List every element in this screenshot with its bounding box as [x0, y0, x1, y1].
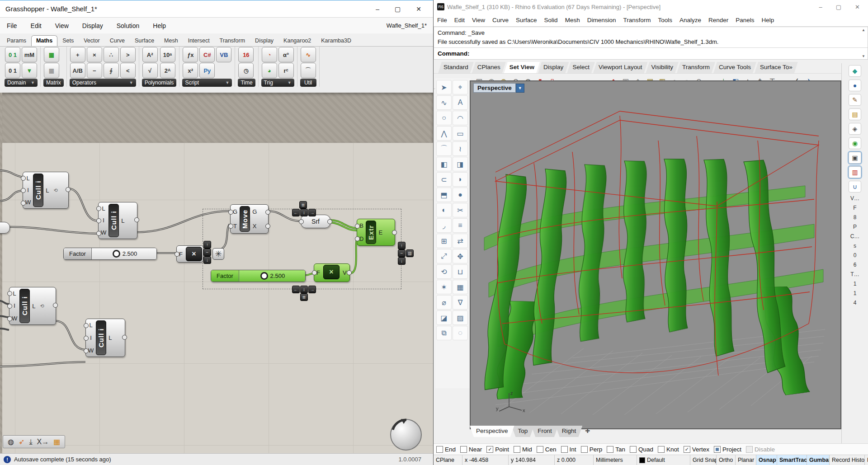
panel-collapsed-label[interactable]: F: [853, 205, 856, 211]
materials-icon[interactable]: ◈: [849, 123, 861, 135]
cull-pattern-component-1[interactable]: LIW Cull i L ⟲: [23, 172, 69, 209]
osnap-cen[interactable]: Cen: [537, 446, 557, 453]
checkbox-icon[interactable]: [460, 446, 467, 453]
status-cell-osnap[interactable]: Osnap: [756, 455, 777, 465]
checkbox-icon[interactable]: [714, 446, 721, 453]
sweep-icon[interactable]: ⊂: [436, 172, 452, 187]
gh-menu-item-file[interactable]: File: [0, 22, 24, 29]
mesh-settings-icon[interactable]: ▦: [53, 437, 60, 446]
viewport-tab-perspective[interactable]: Perspective: [470, 426, 514, 437]
selection-filter-icon[interactable]: ⌖: [453, 80, 468, 94]
loop-icon[interactable]: ⟲: [38, 287, 47, 324]
expression-icon[interactable]: ƒx: [183, 47, 198, 62]
viewport-label[interactable]: Perspective ▼: [473, 83, 524, 93]
wire-center-icon[interactable]: ↕: [300, 209, 308, 216]
properties-icon[interactable]: ◆: [849, 65, 861, 77]
move-icon[interactable]: ✥: [453, 249, 468, 263]
measure-icon[interactable]: ⌀: [436, 295, 452, 310]
rhino-menu-item-help[interactable]: Help: [758, 17, 778, 23]
chevron-down-icon[interactable]: ▼: [288, 80, 292, 85]
toolbar-tab-standard[interactable]: Standard: [438, 62, 474, 73]
status-cell-planar[interactable]: Planar: [736, 455, 756, 465]
panel-collapsed-label[interactable]: 1: [854, 281, 857, 287]
toolbar-tab-select[interactable]: Select: [567, 62, 595, 73]
status-cell-y-140-984[interactable]: y 140.984: [509, 455, 555, 465]
vb-icon[interactable]: VB: [216, 47, 231, 62]
close-button[interactable]: ✕: [855, 4, 860, 10]
maximize-button[interactable]: ▢: [836, 4, 841, 10]
revolve-icon[interactable]: ◗: [453, 172, 468, 187]
tab-curve[interactable]: Curve: [105, 35, 130, 46]
trim-icon[interactable]: ✂: [453, 203, 468, 217]
new-viewport-tab-button[interactable]: ✚: [585, 427, 590, 437]
gh-menu-item-edit[interactable]: Edit: [24, 22, 48, 29]
rhino-menu-item-solid[interactable]: Solid: [541, 17, 561, 23]
boolean-icon[interactable]: ◐: [436, 203, 452, 217]
tab-display[interactable]: Display: [250, 35, 278, 46]
rhino-menu-item-edit[interactable]: Edit: [451, 17, 468, 23]
command-prompt[interactable]: Command:: [434, 48, 868, 59]
subtraction-icon[interactable]: −: [87, 63, 102, 78]
edge-param-stub[interactable]: [0, 222, 10, 234]
degrees-icon[interactable]: α°: [278, 47, 294, 62]
panel-collapsed-label[interactable]: P: [853, 224, 857, 230]
palette-group-label[interactable]: Polynomials: [142, 79, 177, 87]
viewport-tab-right[interactable]: Right: [556, 426, 583, 437]
minimize-button[interactable]: –: [376, 5, 379, 13]
tab-maths[interactable]: Maths: [31, 35, 57, 46]
panel-collapsed-label[interactable]: C…: [850, 233, 860, 240]
gh-menu-item-display[interactable]: Display: [75, 22, 110, 29]
clock-icon[interactable]: ◷: [238, 63, 254, 78]
checkbox-icon[interactable]: [436, 446, 443, 453]
list-widget-icon[interactable]: ≣: [300, 293, 308, 301]
osnap-vertex[interactable]: ✓Vertex: [684, 446, 709, 453]
division-icon[interactable]: A/B: [70, 63, 85, 78]
gh-menu-item-help[interactable]: Help: [146, 22, 173, 29]
slider-knob[interactable]: [113, 250, 120, 258]
list-widget-icon[interactable]: ≣: [299, 201, 307, 209]
zui-up-icon[interactable]: ↑: [398, 242, 406, 249]
gh-menu-item-view[interactable]: View: [48, 22, 75, 29]
status-cell-ortho[interactable]: Ortho: [717, 455, 736, 465]
panel-collapsed-label[interactable]: 8: [854, 214, 857, 221]
analyze-icon[interactable]: ∇: [453, 295, 468, 310]
text-icon[interactable]: A: [453, 95, 468, 110]
grasshopper-canvas[interactable]: LIW Cull i L ⟲ LIW Cull i L LIW Cull i L…: [0, 93, 433, 453]
scale-icon[interactable]: ⤢: [436, 249, 452, 263]
status-cell-default[interactable]: Default: [637, 455, 690, 465]
wire-left-icon[interactable]: ←: [292, 286, 300, 293]
construct-domain-icon[interactable]: 0 1: [5, 47, 20, 62]
tab-kangaroo2[interactable]: Kangaroo2: [278, 35, 316, 46]
tab-vector[interactable]: Vector: [79, 35, 104, 46]
chevron-down-icon[interactable]: ▼: [31, 80, 35, 85]
status-cell-millimeters[interactable]: Millimeters: [594, 455, 637, 465]
arc-icon[interactable]: ◠: [453, 111, 468, 125]
multiplication-component-gray[interactable]: F ×: [176, 245, 203, 263]
gaussian-icon[interactable]: ∿: [301, 47, 316, 62]
checkbox-icon[interactable]: [658, 446, 665, 453]
checkbox-icon[interactable]: [514, 446, 520, 453]
viewport-tab-top[interactable]: Top: [512, 426, 534, 437]
expression-button[interactable]: ✳: [212, 248, 224, 260]
cull-pattern-component-4[interactable]: LIW Cull i L: [85, 319, 125, 357]
tab-surface[interactable]: Surface: [130, 35, 159, 46]
rhino-menu-item-dimension[interactable]: Dimension: [584, 17, 620, 23]
factor-slider-green[interactable]: Factor 2.500: [211, 270, 306, 282]
palette-group-label[interactable]: Domain▼: [5, 79, 38, 87]
status-cell-record-history[interactable]: Record History: [830, 455, 865, 465]
zui-down-icon[interactable]: ↓: [398, 257, 406, 265]
rhino-menu-item-transform[interactable]: Transform: [619, 17, 654, 23]
panel-collapsed-label[interactable]: T…: [850, 271, 859, 278]
sine-icon[interactable]: ◔: [262, 47, 277, 62]
tab-params[interactable]: Params: [2, 35, 31, 46]
chevron-down-icon[interactable]: ▼: [225, 80, 229, 85]
wire-left-icon[interactable]: ←: [292, 209, 300, 216]
radians-icon[interactable]: rᶜ: [278, 63, 294, 78]
cosine-icon[interactable]: ◕: [262, 63, 277, 78]
mirror-icon[interactable]: ⇄: [453, 234, 468, 248]
checkbox-icon[interactable]: [581, 446, 588, 453]
array-icon[interactable]: ⊞: [436, 234, 452, 248]
tab-mesh[interactable]: Mesh: [159, 35, 183, 46]
smaller-than-icon[interactable]: <: [120, 63, 136, 78]
render-tool-icon[interactable]: ◪: [436, 310, 452, 325]
